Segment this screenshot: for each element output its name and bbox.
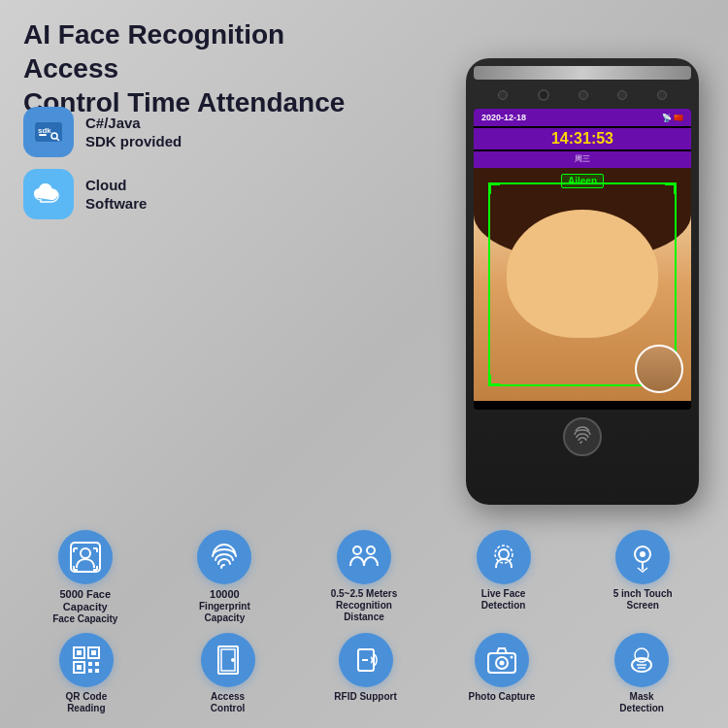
- cloud-icon: [33, 179, 64, 210]
- icon-qr-code: QR Code Reading: [50, 629, 123, 718]
- svg-rect-28: [95, 662, 99, 666]
- access-control-label: Access Control: [193, 691, 263, 714]
- svg-rect-24: [91, 650, 96, 655]
- cloud-icon-box: [23, 169, 74, 219]
- svg-rect-27: [88, 662, 92, 666]
- device-display: 2020-12-18 📡 🇨🇳 14:31:53 周三 Aileen: [466, 58, 699, 505]
- feature-cloud: Cloud Software: [23, 169, 182, 219]
- corner-bl: [488, 375, 500, 386]
- rfid-icon: [349, 644, 382, 677]
- qr-code-label: QR Code Reading: [51, 691, 121, 714]
- screen-time: 14:31:53: [474, 128, 691, 149]
- recognition-distance-label: 0.5~2.5 Meters Recognition Distance: [329, 588, 399, 623]
- sensor-1: [498, 90, 508, 100]
- device-body: 2020-12-18 📡 🇨🇳 14:31:53 周三 Aileen: [466, 58, 699, 505]
- svg-point-33: [231, 658, 235, 662]
- svg-point-40: [510, 656, 513, 659]
- mini-face-thumbnail: [635, 345, 683, 393]
- screen-day: 周三: [474, 151, 691, 168]
- icons-row-1: 5000 Face Capacity Face Capacity: [16, 526, 712, 629]
- sdk-text: C#/Java SDK provided: [85, 114, 182, 151]
- page-content: AI Face Recognition Access Control Time …: [0, 0, 728, 728]
- icon-face-capacity: 5000 Face Capacity Face Capacity: [49, 526, 122, 629]
- rfid-label: RFID Support: [334, 691, 396, 703]
- screen-date-row: 2020-12-18 📡 🇨🇳: [474, 109, 691, 126]
- mask-icon: [625, 644, 658, 677]
- camera-icon: [485, 644, 518, 677]
- touch-screen-label: 5 inch Touch Screen: [608, 588, 678, 612]
- svg-point-16: [367, 546, 375, 554]
- photo-capture-label: Photo Capture: [469, 691, 536, 703]
- corner-tl: [488, 182, 500, 194]
- door-icon: [212, 644, 245, 677]
- svg-point-18: [495, 546, 513, 563]
- screen-date: 2020-12-18: [481, 113, 526, 122]
- device-sensors: [474, 85, 691, 105]
- sensor-2: [579, 90, 588, 100]
- sensor-3: [617, 90, 627, 100]
- icon-live-face: Live Face Detection: [467, 526, 541, 629]
- page-title: AI Face Recognition Access Control Time …: [23, 17, 353, 119]
- icon-touch-screen: 5 inch Touch Screen: [606, 526, 679, 629]
- sdk-icon-box: sdk: [23, 107, 74, 157]
- icon-rfid: RFID Support: [332, 629, 398, 718]
- svg-point-20: [640, 551, 645, 557]
- svg-rect-2: [39, 134, 47, 136]
- svg-rect-30: [95, 669, 99, 673]
- svg-text:sdk: sdk: [38, 126, 51, 135]
- icon-fingerprint-capacity: 10000 Fingerprint Capacity: [187, 526, 261, 629]
- mask-detection-label: Mask Detection: [607, 691, 677, 714]
- cloud-text: Cloud Software: [85, 176, 147, 214]
- bottom-features: 5000 Face Capacity Face Capacity: [16, 526, 712, 718]
- icon-mask-detection: Mask Detection: [605, 629, 678, 718]
- svg-point-6: [81, 548, 90, 558]
- feature-sdk: sdk C#/Java SDK provided: [23, 107, 182, 157]
- svg-rect-29: [88, 669, 92, 673]
- face-capacity-label: 5000 Face Capacity Face Capacity: [50, 588, 120, 625]
- fingerprint-icon: [571, 425, 594, 448]
- live-face-icon: [487, 541, 520, 574]
- svg-point-15: [353, 546, 361, 554]
- people-icon: [347, 541, 381, 574]
- svg-rect-22: [77, 650, 82, 655]
- sdk-icon: sdk: [33, 116, 64, 148]
- main-camera: [538, 89, 549, 101]
- fingerprint-capacity-label: 10000 Fingerprint Capacity: [189, 588, 259, 624]
- left-features-list: sdk C#/Java SDK provided Cloud: [23, 107, 182, 219]
- device-top-bar: [474, 66, 691, 80]
- fingerprint-button[interactable]: [563, 417, 602, 456]
- device-screen: 2020-12-18 📡 🇨🇳 14:31:53 周三 Aileen: [474, 109, 691, 410]
- screen-face-area: Aileen: [474, 168, 691, 401]
- svg-point-39: [499, 661, 504, 666]
- svg-rect-26: [77, 665, 82, 670]
- title-line1: AI Face Recognition Access: [23, 19, 284, 83]
- live-face-label: Live Face Detection: [469, 588, 539, 612]
- icon-photo-capture: Photo Capture: [467, 629, 538, 718]
- touch-screen-icon: [626, 541, 659, 574]
- qr-icon: [70, 644, 103, 677]
- icon-access-control: Access Control: [191, 629, 265, 718]
- face-icon: [69, 541, 102, 574]
- corner-tr: [665, 182, 677, 194]
- icons-row-2: QR Code Reading Access Control: [16, 629, 712, 718]
- icon-recognition-distance: 0.5~2.5 Meters Recognition Distance: [327, 526, 401, 629]
- sensor-4: [657, 90, 667, 100]
- fingerprint-capacity-icon: [208, 541, 241, 574]
- svg-point-17: [499, 549, 509, 559]
